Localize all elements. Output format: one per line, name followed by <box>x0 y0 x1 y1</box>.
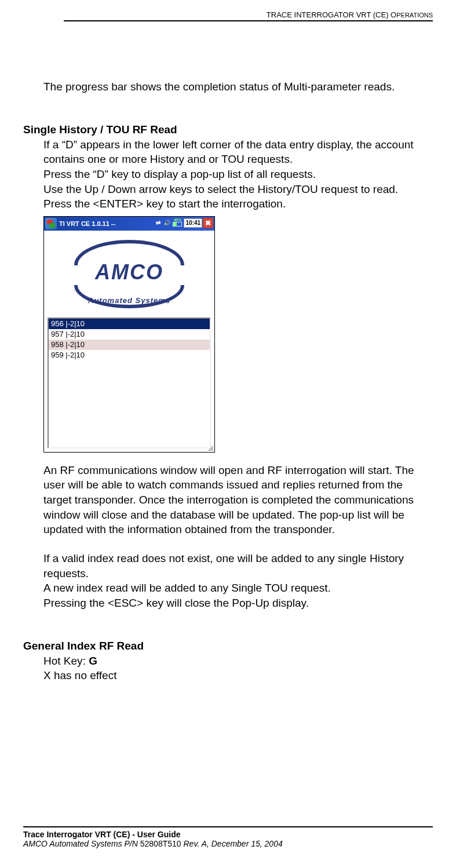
footer-rev: Rev. A, December 15, 2004 <box>184 839 283 848</box>
screenshot-body: AMCO Automated Systems 956 |-2|10 957 |-… <box>44 231 214 452</box>
list-item[interactable]: 957 |-2|10 <box>49 329 210 340</box>
speaker-icon[interactable]: 🔊 <box>163 218 171 228</box>
popup-list[interactable]: 956 |-2|10 957 |-2|10 958 |-2|10 959 |-2… <box>48 318 211 448</box>
running-title: TRACE INTERROGATOR VRT (CE) OPERATIONS <box>23 10 433 19</box>
resize-grip-icon[interactable] <box>206 444 213 451</box>
close-button[interactable]: ✖ <box>203 218 213 228</box>
battery-percent: 40% <box>173 218 181 222</box>
battery-indicator: 40% <box>172 218 183 228</box>
screenshot-titlebar: TI VRT CE 1.0.11 -- ⇄ 🔊 40% 10:41 ✖ <box>44 217 214 231</box>
section1-after1: An RF communications window will open an… <box>43 463 433 537</box>
footer-pn: 52808T510 <box>140 839 184 848</box>
footer-company: AMCO Automated Systems P/N <box>23 839 140 848</box>
footer-rule <box>23 826 433 827</box>
section1-p3: Use the Up / Down arrow keys to select t… <box>43 182 433 197</box>
section1-after3: A new index read will be added to any Si… <box>43 581 433 596</box>
list-item[interactable]: 958 |-2|10 <box>49 340 210 350</box>
embedded-screenshot: TI VRT CE 1.0.11 -- ⇄ 🔊 40% 10:41 ✖ <box>43 216 215 453</box>
section1-p1: If a “D” appears in the lower left corne… <box>43 137 433 167</box>
page-header: TRACE INTERROGATOR VRT (CE) OPERATIONS <box>23 0 433 21</box>
logo-text-sub: Automated Systems <box>63 296 196 305</box>
logo-text-main: AMCO <box>70 260 189 285</box>
screenshot-title: TI VRT CE 1.0.11 -- <box>59 220 115 227</box>
header-rule <box>64 20 433 21</box>
hotkey-label: Hot Key: <box>43 655 89 667</box>
footer-line2: AMCO Automated Systems P/N 52808T510 Rev… <box>23 839 433 848</box>
footer-title: Trace Interrogator VRT (CE) - User Guide <box>23 830 181 839</box>
battery-icon <box>173 222 182 227</box>
start-menu-icon[interactable] <box>45 218 57 229</box>
running-title-small: PERATIONS <box>396 12 433 19</box>
section1-after2: If a valid index read does not exist, on… <box>43 551 433 581</box>
amco-logo: AMCO Automated Systems <box>63 236 196 312</box>
running-title-caps: TRACE INTERROGATOR VRT (CE) O <box>267 10 396 19</box>
list-item[interactable]: 959 |-2|10 <box>49 350 210 360</box>
page-footer: Trace Interrogator VRT (CE) - User Guide… <box>23 826 433 848</box>
section1-after4: Pressing the <ESC> key will close the Po… <box>43 596 433 611</box>
footer-line1: Trace Interrogator VRT (CE) - User Guide <box>23 830 433 839</box>
section-heading-single-history: Single History / TOU RF Read <box>23 123 433 136</box>
list-item[interactable]: 956 |-2|10 <box>49 319 210 329</box>
section1-p2: Press the “D” key to display a pop-up li… <box>43 167 433 182</box>
clock[interactable]: 10:41 <box>184 218 202 228</box>
connection-icon[interactable]: ⇄ <box>154 218 162 228</box>
screenshot-tray: ⇄ 🔊 40% 10:41 ✖ <box>154 218 213 228</box>
logo-area: AMCO Automated Systems <box>44 233 214 315</box>
hotkey-value: G <box>89 655 97 667</box>
section2-p2: X has no effect <box>43 668 433 683</box>
section1-p4: Press the <ENTER> key to start the inter… <box>43 196 433 211</box>
intro-paragraph: The progress bar shows the completion st… <box>43 79 433 94</box>
section-heading-general-index: General Index RF Read <box>23 640 433 652</box>
section2-hotkey: Hot Key: G <box>43 654 433 669</box>
